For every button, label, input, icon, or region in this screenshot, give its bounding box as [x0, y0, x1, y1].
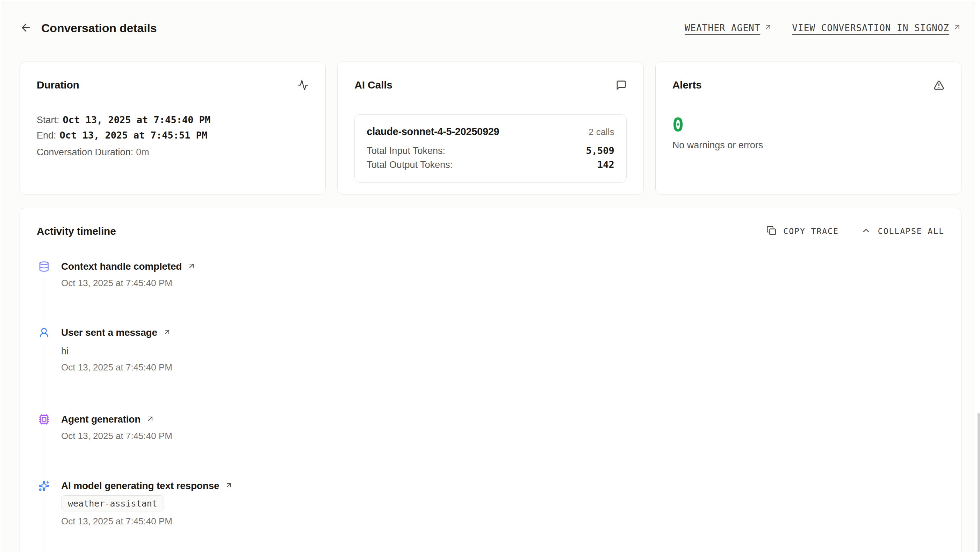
back-button[interactable] [19, 22, 32, 34]
timeline-item-title: User sent a message [61, 327, 157, 338]
scrollbar-thumb[interactable] [978, 413, 980, 552]
timeline-controls: COPY TRACE COLLAPSE ALL [767, 226, 944, 237]
model-row: claude-sonnet-4-5-20250929 2 calls [367, 124, 614, 140]
input-tokens-row: Total Input Tokens: 5,509 [367, 144, 614, 158]
conversation-details-page: Conversation details WEATHER AGENT VIEW … [0, 0, 980, 552]
ai-calls-card-header: AI Calls [355, 77, 626, 93]
model-name: claude-sonnet-4-5-20250929 [367, 124, 499, 139]
duration-card: Duration Start:Oct 13, 2025 at 7:45:40 P… [19, 62, 326, 195]
timeline-connector [44, 430, 45, 476]
timeline-item-context-handle: Context handle completed Oct 13, 2025 at… [37, 260, 944, 326]
alerts-card-title: Alerts [673, 79, 702, 91]
timeline-connector [44, 497, 45, 552]
copy-trace-label: COPY TRACE [783, 227, 838, 236]
timeline-header: Activity timeline COPY TRACE COLLAPSE AL… [37, 223, 944, 239]
header-left: Conversation details [19, 21, 157, 35]
conversation-duration-value: 0m [136, 147, 149, 157]
timeline-item-timestamp: Oct 13, 2025 at 7:45:40 PM [61, 361, 944, 373]
duration-card-header: Duration [37, 77, 309, 93]
arrow-up-right-icon[interactable] [146, 415, 154, 424]
alerts-card: Alerts 0 No warnings or errors [655, 62, 961, 195]
end-row: End:Oct 13, 2025 at 7:45:51 PM [37, 128, 309, 143]
timeline-item-message-body: hi [61, 345, 944, 357]
weather-agent-link-label: WEATHER AGENT [685, 23, 760, 33]
chevron-up-icon [861, 226, 871, 237]
start-value: Oct 13, 2025 at 7:45:40 PM [63, 114, 211, 125]
output-tokens-label: Total Output Tokens: [367, 158, 453, 172]
copy-trace-button[interactable]: COPY TRACE [767, 226, 838, 237]
collapse-all-label: COLLAPSE ALL [878, 227, 944, 236]
cpu-icon [38, 414, 49, 425]
timeline-connector [44, 343, 45, 409]
agent-name-badge: weather-assistant [61, 495, 164, 511]
timeline-item-user-message: User sent a message hi Oct 13, 2025 at 7… [37, 326, 944, 413]
view-conversation-signoz-link[interactable]: VIEW CONVERSATION IN SIGNOZ [792, 23, 961, 34]
conversation-duration-label: Conversation Duration: [37, 147, 133, 157]
end-label: End: [37, 130, 56, 140]
app-frame: Conversation details WEATHER AGENT VIEW … [2, 2, 975, 552]
stat-cards-row: Duration Start:Oct 13, 2025 at 7:45:40 P… [19, 62, 961, 195]
start-row: Start:Oct 13, 2025 at 7:45:40 PM [37, 112, 309, 128]
output-tokens-value: 142 [597, 158, 614, 172]
timeline-item-title-row: User sent a message [61, 326, 944, 339]
timeline-item-timestamp: Oct 13, 2025 at 7:45:40 PM [61, 429, 944, 442]
timeline-title: Activity timeline [37, 225, 116, 237]
timeline-list: Context handle completed Oct 13, 2025 at… [37, 260, 944, 528]
view-conversation-link-label: VIEW CONVERSATION IN SIGNOZ [792, 23, 949, 33]
collapse-all-button[interactable]: COLLAPSE ALL [861, 226, 944, 237]
timeline-item-title: Agent generation [61, 414, 140, 425]
timeline-item-ai-text-response: AI model generating text response weathe… [37, 479, 944, 528]
arrow-left-icon [20, 22, 32, 35]
model-usage-box: claude-sonnet-4-5-20250929 2 calls Total… [355, 114, 626, 183]
duration-card-title: Duration [37, 79, 80, 91]
duration-rows: Start:Oct 13, 2025 at 7:45:40 PM End:Oct… [37, 112, 309, 160]
timeline-item-badge-row: weather-assistant [61, 495, 944, 511]
timeline-item-agent-generation: Agent generation Oct 13, 2025 at 7:45:40… [37, 413, 944, 479]
activity-icon [298, 80, 309, 91]
database-icon [38, 261, 49, 272]
timeline-item-title-row: Context handle completed [61, 260, 944, 273]
arrow-up-right-icon[interactable] [187, 262, 196, 271]
copy-icon [767, 226, 776, 237]
header-links: WEATHER AGENT VIEW CONVERSATION IN SIGNO… [685, 23, 961, 34]
page-title: Conversation details [41, 21, 157, 35]
sparkles-icon [38, 480, 49, 491]
timeline-item-title: Context handle completed [61, 261, 182, 272]
page-header: Conversation details WEATHER AGENT VIEW … [19, 20, 961, 36]
output-tokens-row: Total Output Tokens: 142 [367, 158, 614, 172]
alert-triangle-icon [934, 80, 944, 91]
arrow-up-right-icon[interactable] [225, 481, 233, 491]
model-calls-count: 2 calls [589, 124, 614, 140]
input-tokens-label: Total Input Tokens: [367, 144, 445, 158]
start-label: Start: [37, 115, 59, 125]
ai-calls-card-title: AI Calls [355, 79, 392, 91]
weather-agent-link[interactable]: WEATHER AGENT [685, 23, 773, 34]
external-link-icon [764, 23, 772, 34]
message-square-icon [616, 80, 627, 91]
timeline-item-timestamp: Oct 13, 2025 at 7:45:40 PM [61, 277, 944, 289]
ai-calls-card: AI Calls claude-sonnet-4-5-20250929 2 ca… [337, 62, 643, 195]
alerts-message: No warnings or errors [673, 139, 944, 152]
timeline-item-title: AI model generating text response [61, 480, 219, 491]
user-icon [38, 327, 49, 338]
arrow-up-right-icon[interactable] [163, 328, 171, 338]
activity-timeline-card: Activity timeline COPY TRACE COLLAPSE AL… [19, 208, 961, 552]
timeline-connector [44, 278, 45, 322]
timeline-item-title-row: AI model generating text response [61, 479, 944, 493]
end-value: Oct 13, 2025 at 7:45:51 PM [60, 130, 208, 140]
external-link-icon [953, 23, 961, 34]
timeline-item-title-row: Agent generation [61, 413, 944, 426]
alerts-card-header: Alerts [673, 77, 944, 93]
conversation-duration-row: Conversation Duration:0m [37, 144, 309, 160]
input-tokens-value: 5,509 [586, 144, 614, 158]
alerts-count: 0 [673, 115, 944, 135]
timeline-item-timestamp: Oct 13, 2025 at 7:45:40 PM [61, 515, 944, 528]
